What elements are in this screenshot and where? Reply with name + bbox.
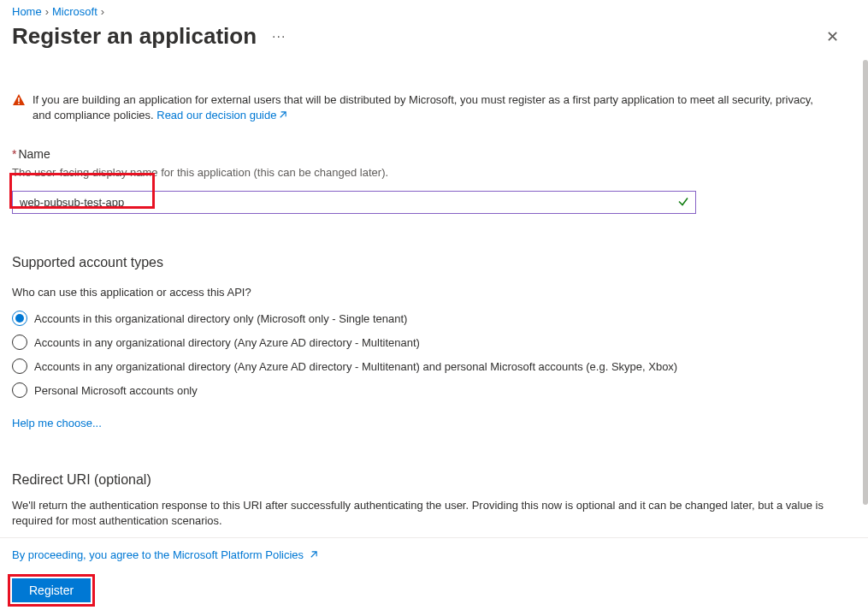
account-types-heading: Supported account types <box>12 255 856 270</box>
platform-policies-link[interactable]: By proceeding, you agree to the Microsof… <box>12 548 856 561</box>
warning-icon <box>12 93 26 107</box>
redirect-uri-heading: Redirect URI (optional) <box>12 472 856 488</box>
radio-single-tenant[interactable]: Accounts in this organizational director… <box>12 311 856 326</box>
breadcrumb-home[interactable]: Home <box>12 5 42 18</box>
decision-guide-link[interactable]: Read our decision guide <box>156 109 287 121</box>
radio-icon <box>12 358 27 374</box>
external-link-icon <box>278 110 287 120</box>
radio-icon <box>12 311 27 326</box>
breadcrumb-microsoft[interactable]: Microsoft <box>52 5 97 18</box>
external-link-icon <box>309 550 318 560</box>
chevron-right-icon: › <box>45 5 49 18</box>
chevron-right-icon: › <box>101 5 104 18</box>
redirect-uri-description: We'll return the authentication response… <box>12 498 856 529</box>
breadcrumb: Home›Microsoft› <box>12 5 856 18</box>
scrollbar[interactable] <box>863 60 868 505</box>
radio-multitenant[interactable]: Accounts in any organizational directory… <box>12 335 856 350</box>
close-icon[interactable]: ✕ <box>819 24 846 50</box>
name-field-label: *Name <box>12 147 856 161</box>
warning-banner: If you are building an application for e… <box>12 92 856 123</box>
radio-icon <box>12 335 27 350</box>
svg-rect-1 <box>18 103 20 104</box>
required-indicator: * <box>12 147 16 161</box>
account-types-radio-group: Accounts in this organizational director… <box>12 311 856 398</box>
warning-text: If you are building an application for e… <box>32 93 813 121</box>
radio-icon <box>12 382 27 398</box>
radio-personal-only[interactable]: Personal Microsoft accounts only <box>12 382 856 398</box>
register-button[interactable]: Register <box>12 578 91 602</box>
account-types-subtext: Who can use this application or access t… <box>12 286 856 299</box>
page-title: Register an application <box>12 23 257 50</box>
footer-bar: By proceeding, you agree to the Microsof… <box>0 537 868 616</box>
name-field-description: The user-facing display name for this ap… <box>12 166 856 179</box>
help-me-choose-link[interactable]: Help me choose... <box>12 417 102 429</box>
more-actions-icon[interactable]: ··· <box>272 29 286 44</box>
app-name-input[interactable] <box>12 191 696 214</box>
svg-rect-0 <box>18 98 20 102</box>
radio-multitenant-personal[interactable]: Accounts in any organizational directory… <box>12 358 856 374</box>
checkmark-icon <box>677 195 689 210</box>
